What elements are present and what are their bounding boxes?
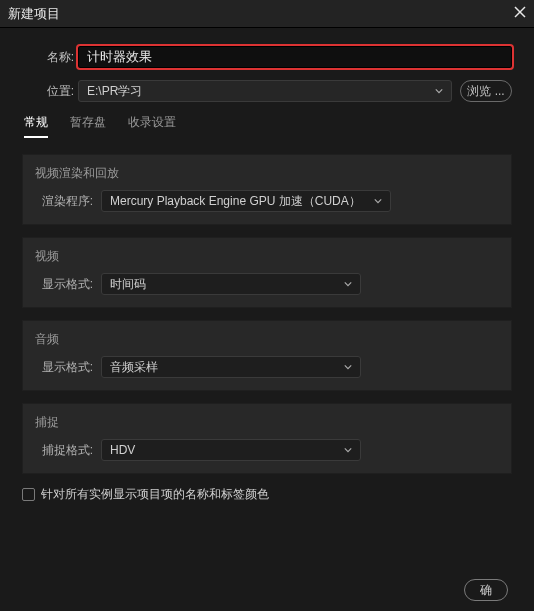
section-title-render: 视频渲染和回放 (23, 165, 511, 190)
checkbox-row: 针对所有实例显示项目项的名称和标签颜色 (22, 486, 512, 503)
dialog-content: 名称: 位置: E:\PR学习 浏览 ... 常规 暂存盘 收录设置 视频渲染和… (0, 28, 534, 503)
renderer-value: Mercury Playback Engine GPU 加速（CUDA） (110, 193, 361, 210)
ok-button[interactable]: 确 (464, 579, 508, 601)
footer: 确 (464, 579, 508, 601)
close-icon[interactable] (514, 6, 526, 21)
chevron-down-icon (344, 277, 352, 291)
chevron-down-icon (344, 360, 352, 374)
show-names-checkbox[interactable] (22, 488, 35, 501)
tabs: 常规 暂存盘 收录设置 (24, 114, 512, 138)
checkbox-label: 针对所有实例显示项目项的名称和标签颜色 (41, 486, 269, 503)
section-render: 视频渲染和回放 渲染程序: Mercury Playback Engine GP… (22, 154, 512, 225)
video-format-label: 显示格式: (35, 276, 93, 293)
tab-ingest[interactable]: 收录设置 (128, 114, 176, 138)
capture-format-value: HDV (110, 443, 135, 457)
capture-format-select[interactable]: HDV (101, 439, 361, 461)
name-row: 名称: (22, 46, 512, 68)
section-title-audio: 音频 (23, 331, 511, 356)
location-row: 位置: E:\PR学习 浏览 ... (22, 80, 512, 102)
dialog-title: 新建项目 (8, 5, 60, 23)
location-value: E:\PR学习 (87, 83, 142, 100)
tab-general[interactable]: 常规 (24, 114, 48, 138)
chevron-down-icon (344, 443, 352, 457)
video-format-value: 时间码 (110, 276, 146, 293)
chevron-down-icon (374, 194, 382, 208)
video-format-select[interactable]: 时间码 (101, 273, 361, 295)
tab-scratch-disks[interactable]: 暂存盘 (70, 114, 106, 138)
location-label: 位置: (22, 83, 74, 100)
section-video: 视频 显示格式: 时间码 (22, 237, 512, 308)
renderer-select[interactable]: Mercury Playback Engine GPU 加速（CUDA） (101, 190, 391, 212)
browse-button[interactable]: 浏览 ... (460, 80, 512, 102)
name-label: 名称: (22, 49, 74, 66)
section-title-capture: 捕捉 (23, 414, 511, 439)
audio-format-value: 音频采样 (110, 359, 158, 376)
name-input[interactable] (78, 46, 512, 68)
titlebar: 新建项目 (0, 0, 534, 28)
location-select[interactable]: E:\PR学习 (78, 80, 452, 102)
chevron-down-icon (435, 84, 443, 98)
section-capture: 捕捉 捕捉格式: HDV (22, 403, 512, 474)
section-audio: 音频 显示格式: 音频采样 (22, 320, 512, 391)
renderer-label: 渲染程序: (35, 193, 93, 210)
audio-format-select[interactable]: 音频采样 (101, 356, 361, 378)
section-title-video: 视频 (23, 248, 511, 273)
audio-format-label: 显示格式: (35, 359, 93, 376)
capture-format-label: 捕捉格式: (35, 442, 93, 459)
